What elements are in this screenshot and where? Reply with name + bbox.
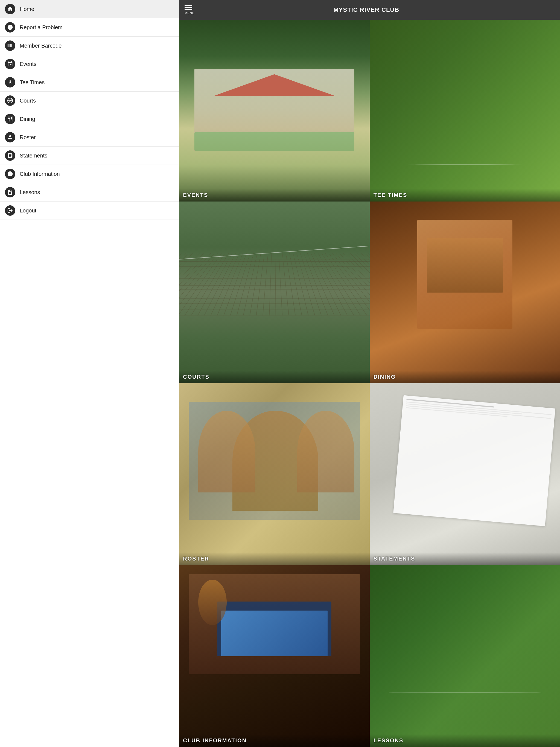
lessons-icon bbox=[5, 187, 15, 198]
tile-overlay-courts: COURTS bbox=[179, 370, 370, 383]
tile-overlay-club-information: CLUB INFORMATION bbox=[179, 734, 370, 747]
dining-icon bbox=[5, 114, 15, 124]
tile-label-events: EVENTS bbox=[183, 192, 208, 198]
courts-icon bbox=[5, 96, 15, 106]
tile-label-dining: DINING bbox=[374, 374, 396, 380]
tile-tee-times[interactable]: TEE TIMES bbox=[370, 20, 560, 202]
club-info-icon bbox=[5, 169, 15, 179]
sidebar-label-report-problem: Report a Problem bbox=[20, 24, 62, 31]
sidebar-label-club-information: Club Information bbox=[20, 171, 60, 177]
sidebar-item-roster[interactable]: Roster bbox=[0, 128, 179, 147]
sidebar-label-tee-times: Tee Times bbox=[20, 79, 45, 85]
sidebar-item-dining[interactable]: Dining bbox=[0, 110, 179, 128]
main-content: MENU MYSTIC RIVER CLUB EVENTS TEE TIMES bbox=[179, 0, 560, 747]
tee-times-icon bbox=[5, 77, 15, 87]
tile-club-information[interactable]: CLUB INFORMATION bbox=[179, 565, 370, 747]
statements-icon bbox=[5, 150, 15, 161]
barcode-icon bbox=[5, 41, 15, 51]
tile-overlay-events: EVENTS bbox=[179, 189, 370, 202]
sidebar-item-report-problem[interactable]: Report a Problem bbox=[0, 18, 179, 36]
tile-label-lessons: LESSONS bbox=[374, 738, 404, 743]
sidebar-label-member-barcode: Member Barcode bbox=[20, 43, 61, 49]
tile-grid: EVENTS TEE TIMES COURTS DINING bbox=[179, 20, 560, 747]
home-icon bbox=[5, 4, 15, 14]
sidebar-label-dining: Dining bbox=[20, 116, 35, 122]
menu-label: MENU bbox=[184, 11, 195, 15]
menu-button[interactable]: MENU bbox=[184, 5, 195, 15]
tile-overlay-dining: DINING bbox=[370, 370, 560, 383]
tile-label-statements: STATEMENTS bbox=[374, 556, 415, 562]
sidebar-label-roster: Roster bbox=[20, 134, 36, 140]
tile-label-club-information: CLUB INFORMATION bbox=[183, 738, 247, 743]
tile-roster[interactable]: ROSTER bbox=[179, 383, 370, 565]
sidebar-label-events: Events bbox=[20, 61, 36, 67]
sidebar-item-statements[interactable]: Statements bbox=[0, 147, 179, 165]
tile-label-tee-times: TEE TIMES bbox=[374, 192, 407, 198]
sidebar-item-home[interactable]: Home bbox=[0, 0, 179, 18]
sidebar-item-events[interactable]: Events bbox=[0, 55, 179, 73]
tile-courts[interactable]: COURTS bbox=[179, 202, 370, 383]
tile-events[interactable]: EVENTS bbox=[179, 20, 370, 202]
tile-statements[interactable]: STATEMENTS bbox=[370, 383, 560, 565]
sidebar-label-home: Home bbox=[20, 6, 34, 12]
tile-lessons[interactable]: LESSONS bbox=[370, 565, 560, 747]
tile-label-courts: COURTS bbox=[183, 374, 209, 380]
sidebar-label-statements: Statements bbox=[20, 153, 47, 159]
tile-dining[interactable]: DINING bbox=[370, 202, 560, 383]
sidebar-item-logout[interactable]: Logout bbox=[0, 202, 179, 220]
sidebar-item-courts[interactable]: Courts bbox=[0, 92, 179, 110]
tile-label-roster: ROSTER bbox=[183, 556, 209, 562]
tile-overlay-lessons: LESSONS bbox=[370, 734, 560, 747]
sidebar-item-club-information[interactable]: Club Information bbox=[0, 165, 179, 183]
header: MENU MYSTIC RIVER CLUB bbox=[179, 0, 560, 20]
events-icon bbox=[5, 59, 15, 69]
sidebar-item-tee-times[interactable]: Tee Times bbox=[0, 73, 179, 92]
sidebar-label-lessons: Lessons bbox=[20, 189, 40, 196]
tile-overlay-roster: ROSTER bbox=[179, 552, 370, 565]
logout-icon bbox=[5, 205, 15, 216]
roster-icon bbox=[5, 132, 15, 143]
report-icon bbox=[5, 22, 15, 32]
sidebar-item-member-barcode[interactable]: Member Barcode bbox=[0, 36, 179, 55]
sidebar-label-courts: Courts bbox=[20, 98, 36, 104]
tile-overlay-tee-times: TEE TIMES bbox=[370, 189, 560, 202]
sidebar-label-logout: Logout bbox=[20, 208, 36, 214]
sidebar: HomeReport a ProblemMember BarcodeEvents… bbox=[0, 0, 179, 747]
sidebar-item-lessons[interactable]: Lessons bbox=[0, 183, 179, 202]
tile-overlay-statements: STATEMENTS bbox=[370, 552, 560, 565]
svg-point-0 bbox=[9, 80, 11, 81]
app-title: MYSTIC RIVER CLUB bbox=[195, 6, 538, 14]
